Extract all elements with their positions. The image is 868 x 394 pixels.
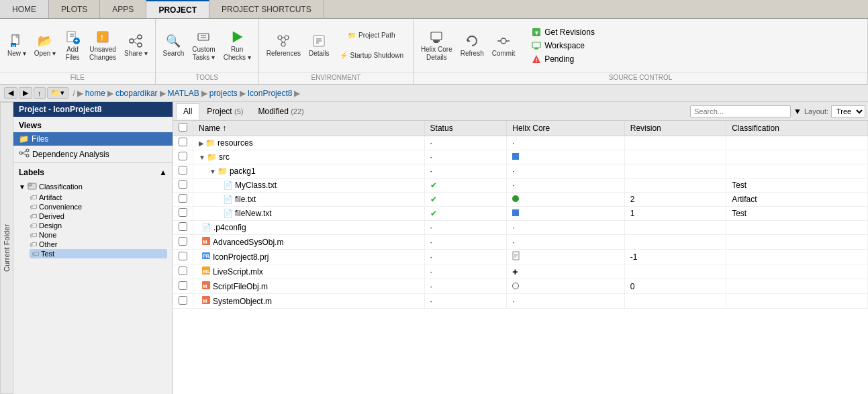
search-button[interactable]: 🔍 Search xyxy=(160,26,188,66)
col-helix-core[interactable]: Helix Core xyxy=(507,121,624,136)
run-checks-button[interactable]: RunChecks ▾ xyxy=(220,26,254,66)
project-path-button[interactable]: 📁 Project Path xyxy=(337,26,407,45)
row-checkbox[interactable] xyxy=(173,193,193,207)
row-checkbox[interactable] xyxy=(173,136,193,150)
commit-button[interactable]: Commit xyxy=(489,26,518,66)
row-checkbox[interactable] xyxy=(173,207,193,221)
col-name[interactable]: Name ↑ xyxy=(193,121,425,136)
breadcrumb-forward[interactable]: ▶ xyxy=(19,87,32,99)
search-icon: 🔍 xyxy=(166,34,181,48)
col-checkbox[interactable] xyxy=(173,121,193,136)
table-row[interactable]: M ScriptFileObj.m · 0 xyxy=(173,279,868,294)
label-derived-icon: 🏷 xyxy=(30,212,37,220)
tab-home[interactable]: HOME xyxy=(0,0,49,18)
source-control-section-label: SOURCE CONTROL xyxy=(414,72,867,84)
layout-select[interactable]: Tree Flat xyxy=(831,105,865,117)
files-table: Name ↑ Status Helix Core Revision Classi… xyxy=(173,121,868,309)
table-row[interactable]: 📄 file.txt ✔ 2 Artifact xyxy=(173,193,868,207)
labels-root-item[interactable]: ▼ Classification xyxy=(19,181,167,193)
tab-plots[interactable]: PLOTS xyxy=(49,0,100,18)
row-name: 📄 fileNew.txt xyxy=(193,207,425,221)
col-classification[interactable]: Classification xyxy=(726,121,868,136)
tab-project[interactable]: PROJECT xyxy=(146,0,209,18)
svg-line-24 xyxy=(281,40,283,42)
unsaved-changes-button[interactable]: ! UnsavedChanges xyxy=(86,26,119,66)
new-button[interactable]: N New ▾ xyxy=(4,26,30,66)
table-row[interactable]: 📄 .p4config · · xyxy=(173,221,868,235)
open-button[interactable]: 📂 Open ▾ xyxy=(31,26,59,66)
content-tab-modified[interactable]: Modified (22) xyxy=(250,103,311,119)
custom-tasks-button[interactable]: CustomTasks ▾ xyxy=(189,26,218,66)
add-files-button[interactable]: + AddFiles xyxy=(60,26,85,66)
get-revisions-button[interactable]: ▼ Get Revisions xyxy=(529,26,597,38)
sidebar-item-files[interactable]: 📁 Files xyxy=(13,132,173,146)
current-folder-tab[interactable]: Current Folder xyxy=(0,102,13,394)
tab-apps[interactable]: APPS xyxy=(100,0,146,18)
get-revisions-label: Get Revisions xyxy=(544,28,595,37)
label-test[interactable]: 🏷 Test xyxy=(30,249,167,258)
row-revision xyxy=(624,235,726,250)
select-all-checkbox[interactable] xyxy=(179,123,187,132)
search-input[interactable] xyxy=(690,105,791,117)
row-revision xyxy=(624,221,726,235)
row-checkbox[interactable] xyxy=(173,264,193,279)
table-row[interactable]: 📄 fileNew.txt ✔ 1 Test xyxy=(173,207,868,221)
col-status[interactable]: Status xyxy=(424,121,507,136)
toolbar: N New ▾ 📂 Open ▾ + AddFiles ! UnsavedCha… xyxy=(0,19,868,85)
table-row[interactable]: ▼ 📁 packg1 · · xyxy=(173,164,868,179)
breadcrumb-iconproject8[interactable]: IconProject8 xyxy=(248,89,293,98)
label-other[interactable]: 🏷 Other xyxy=(30,240,167,249)
workspace-button[interactable]: Workspace xyxy=(529,40,597,52)
row-checkbox[interactable] xyxy=(173,294,193,309)
label-derived[interactable]: 🏷 Derived xyxy=(30,211,167,221)
table-row[interactable]: ▶ 📁 resources · · xyxy=(173,136,868,150)
share-button[interactable]: Share ▾ xyxy=(121,26,150,66)
tab-project-shortcuts[interactable]: PROJECT SHORTCUTS xyxy=(209,0,324,18)
details-button[interactable]: Details xyxy=(305,26,333,66)
table-row[interactable]: 📄 MyClass.txt ✔ · Test xyxy=(173,179,868,193)
references-button[interactable]: References xyxy=(263,26,304,66)
content-tab-all[interactable]: All xyxy=(176,103,199,119)
helix-core-button[interactable]: Helix CoreDetails xyxy=(418,26,456,66)
sidebar-item-dependency[interactable]: Dependency Analysis xyxy=(13,146,173,162)
col-revision[interactable]: Revision xyxy=(624,121,726,136)
startup-shutdown-button[interactable]: ⚡ Startup Shutdown xyxy=(337,46,407,65)
label-artifact-icon: 🏷 xyxy=(30,193,37,201)
breadcrumb-user[interactable]: cbopardikar xyxy=(115,89,158,98)
label-convenience[interactable]: 🏷 Convenience xyxy=(30,202,167,211)
breadcrumb-up[interactable]: ↑ xyxy=(34,87,46,99)
label-design[interactable]: 🏷 Design xyxy=(30,221,167,230)
labels-collapse-icon[interactable]: ▲ xyxy=(159,168,167,177)
breadcrumb-back[interactable]: ◀ xyxy=(4,87,17,99)
row-checkbox[interactable] xyxy=(173,221,193,235)
labels-root-toggle[interactable]: ▼ xyxy=(19,183,26,191)
row-checkbox[interactable] xyxy=(173,250,193,264)
row-checkbox[interactable] xyxy=(173,279,193,294)
content-tab-project[interactable]: Project (5) xyxy=(199,103,250,119)
breadcrumb-projects[interactable]: projects xyxy=(209,89,238,98)
filter-icon[interactable]: ▼ xyxy=(793,107,802,116)
table-row[interactable]: M SystemObject.m · · xyxy=(173,294,868,309)
expand-icon[interactable]: ▼ xyxy=(209,168,216,175)
row-checkbox[interactable] xyxy=(173,235,193,250)
label-none[interactable]: 🏷 None xyxy=(30,230,167,240)
svg-rect-16 xyxy=(198,34,209,40)
table-row[interactable]: M AdvancedSysObj.m · · xyxy=(173,235,868,250)
collapse-icon[interactable]: ▼ xyxy=(199,154,205,161)
row-checkbox[interactable] xyxy=(173,150,193,164)
table-row[interactable]: PRJ IconProject8.prj · -1 xyxy=(173,250,868,264)
toolbar-env-section: References Details 📁 Project Path ⚡ Star… xyxy=(259,19,414,84)
breadcrumb-home[interactable]: home xyxy=(85,89,105,98)
pending-button[interactable]: ! Pending xyxy=(529,53,597,65)
expand-icon[interactable]: ▶ xyxy=(199,140,204,147)
table-row[interactable]: ML LiveScript.mlx · + xyxy=(173,264,868,279)
breadcrumb-folder-select[interactable]: 📁▾ xyxy=(47,87,68,99)
row-checkbox[interactable] xyxy=(173,179,193,193)
svg-point-13 xyxy=(130,39,134,43)
refresh-button[interactable]: Refresh xyxy=(457,26,487,66)
label-artifact[interactable]: 🏷 Artifact xyxy=(30,193,167,202)
breadcrumb: ◀ ▶ ↑ 📁▾ / ▶ home ▶ cbopardikar ▶ MATLAB… xyxy=(0,85,868,102)
table-row[interactable]: ▼ 📁 src · xyxy=(173,150,868,164)
row-checkbox[interactable] xyxy=(173,164,193,179)
breadcrumb-matlab[interactable]: MATLAB xyxy=(168,89,199,98)
